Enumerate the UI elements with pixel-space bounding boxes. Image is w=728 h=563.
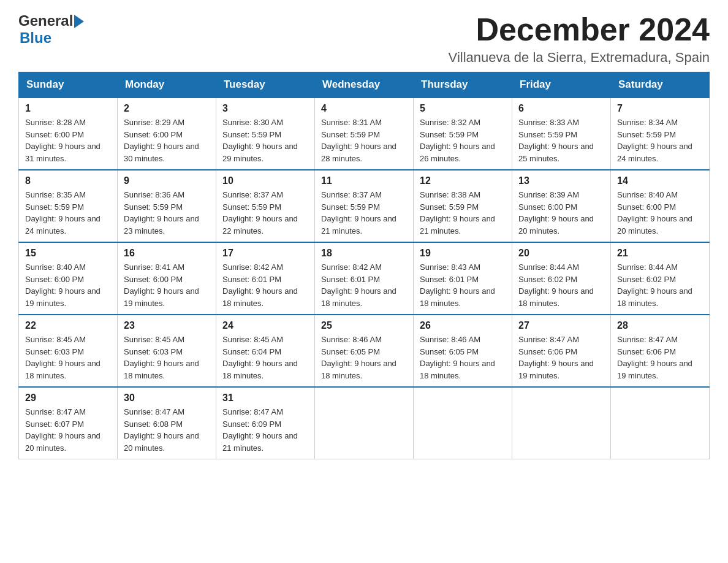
calendar-cell: 15 Sunrise: 8:40 AM Sunset: 6:00 PM Dayl…	[19, 242, 118, 315]
day-info: Sunrise: 8:32 AM Sunset: 5:59 PM Dayligh…	[420, 117, 506, 164]
day-info: Sunrise: 8:47 AM Sunset: 6:07 PM Dayligh…	[25, 406, 111, 454]
day-info: Sunrise: 8:30 AM Sunset: 5:59 PM Dayligh…	[222, 117, 308, 164]
day-number: 27	[518, 320, 604, 331]
calendar-cell: 16 Sunrise: 8:41 AM Sunset: 6:00 PM Dayl…	[118, 242, 216, 315]
logo-blue-text: Blue	[20, 29, 51, 46]
day-info: Sunrise: 8:46 AM Sunset: 6:05 PM Dayligh…	[420, 334, 506, 381]
day-info: Sunrise: 8:44 AM Sunset: 6:02 PM Dayligh…	[617, 261, 703, 309]
calendar-cell: 18 Sunrise: 8:42 AM Sunset: 6:01 PM Dayl…	[315, 242, 414, 315]
calendar-cell: 21 Sunrise: 8:44 AM Sunset: 6:02 PM Dayl…	[611, 242, 710, 315]
calendar-cell: 31 Sunrise: 8:47 AM Sunset: 6:09 PM Dayl…	[216, 387, 315, 459]
day-info: Sunrise: 8:44 AM Sunset: 6:02 PM Dayligh…	[518, 261, 604, 309]
day-number: 25	[321, 320, 407, 331]
day-info: Sunrise: 8:28 AM Sunset: 6:00 PM Dayligh…	[25, 117, 111, 164]
weekday-header-friday: Friday	[512, 72, 611, 98]
month-title: December 2024	[449, 12, 710, 47]
day-number: 11	[321, 175, 407, 186]
day-number: 12	[420, 175, 506, 186]
day-info: Sunrise: 8:34 AM Sunset: 5:59 PM Dayligh…	[617, 117, 703, 164]
day-info: Sunrise: 8:40 AM Sunset: 6:00 PM Dayligh…	[617, 189, 703, 237]
calendar-cell: 9 Sunrise: 8:36 AM Sunset: 5:59 PM Dayli…	[118, 170, 216, 242]
day-number: 5	[420, 103, 506, 114]
day-info: Sunrise: 8:45 AM Sunset: 6:04 PM Dayligh…	[222, 334, 308, 381]
calendar-cell	[315, 387, 414, 459]
day-number: 29	[25, 393, 111, 404]
day-info: Sunrise: 8:47 AM Sunset: 6:06 PM Dayligh…	[518, 334, 604, 381]
weekday-header-thursday: Thursday	[414, 72, 512, 98]
day-info: Sunrise: 8:38 AM Sunset: 5:59 PM Dayligh…	[420, 189, 506, 237]
calendar-cell: 12 Sunrise: 8:38 AM Sunset: 5:59 PM Dayl…	[414, 170, 512, 242]
day-number: 2	[124, 103, 210, 114]
day-number: 13	[518, 175, 604, 186]
calendar-cell: 29 Sunrise: 8:47 AM Sunset: 6:07 PM Dayl…	[19, 387, 118, 459]
calendar-cell: 13 Sunrise: 8:39 AM Sunset: 6:00 PM Dayl…	[512, 170, 611, 242]
day-info: Sunrise: 8:39 AM Sunset: 6:00 PM Dayligh…	[518, 189, 604, 237]
calendar-header: SundayMondayTuesdayWednesdayThursdayFrid…	[19, 72, 710, 98]
calendar-cell: 22 Sunrise: 8:45 AM Sunset: 6:03 PM Dayl…	[19, 315, 118, 387]
calendar-cell	[512, 387, 611, 459]
calendar-cell: 19 Sunrise: 8:43 AM Sunset: 6:01 PM Dayl…	[414, 242, 512, 315]
day-number: 19	[420, 248, 506, 259]
calendar-cell: 30 Sunrise: 8:47 AM Sunset: 6:08 PM Dayl…	[118, 387, 216, 459]
day-info: Sunrise: 8:36 AM Sunset: 5:59 PM Dayligh…	[124, 189, 210, 237]
day-number: 14	[617, 175, 703, 186]
calendar-cell: 1 Sunrise: 8:28 AM Sunset: 6:00 PM Dayli…	[19, 98, 118, 170]
day-info: Sunrise: 8:37 AM Sunset: 5:59 PM Dayligh…	[321, 189, 407, 237]
calendar-week-5: 29 Sunrise: 8:47 AM Sunset: 6:07 PM Dayl…	[19, 387, 710, 459]
day-info: Sunrise: 8:33 AM Sunset: 5:59 PM Dayligh…	[518, 117, 604, 164]
calendar-cell: 27 Sunrise: 8:47 AM Sunset: 6:06 PM Dayl…	[512, 315, 611, 387]
weekday-header-wednesday: Wednesday	[315, 72, 414, 98]
day-number: 8	[25, 175, 111, 186]
day-number: 18	[321, 248, 407, 259]
day-number: 10	[222, 175, 308, 186]
calendar-cell	[414, 387, 512, 459]
page-header: General Blue December 2024 Villanueva de…	[18, 12, 710, 66]
calendar-cell: 14 Sunrise: 8:40 AM Sunset: 6:00 PM Dayl…	[611, 170, 710, 242]
logo-arrow-icon	[74, 15, 84, 28]
calendar-cell: 5 Sunrise: 8:32 AM Sunset: 5:59 PM Dayli…	[414, 98, 512, 170]
day-number: 26	[420, 320, 506, 331]
day-number: 23	[124, 320, 210, 331]
calendar-cell: 23 Sunrise: 8:45 AM Sunset: 6:03 PM Dayl…	[118, 315, 216, 387]
title-area: December 2024 Villanueva de la Sierra, E…	[449, 12, 710, 66]
weekday-header-sunday: Sunday	[19, 72, 118, 98]
calendar-week-4: 22 Sunrise: 8:45 AM Sunset: 6:03 PM Dayl…	[19, 315, 710, 387]
day-info: Sunrise: 8:42 AM Sunset: 6:01 PM Dayligh…	[321, 261, 407, 309]
calendar-cell: 8 Sunrise: 8:35 AM Sunset: 5:59 PM Dayli…	[19, 170, 118, 242]
day-info: Sunrise: 8:47 AM Sunset: 6:09 PM Dayligh…	[222, 406, 308, 454]
calendar-cell: 2 Sunrise: 8:29 AM Sunset: 6:00 PM Dayli…	[118, 98, 216, 170]
day-number: 31	[222, 393, 308, 404]
calendar-cell: 7 Sunrise: 8:34 AM Sunset: 5:59 PM Dayli…	[611, 98, 710, 170]
calendar-cell: 3 Sunrise: 8:30 AM Sunset: 5:59 PM Dayli…	[216, 98, 315, 170]
day-info: Sunrise: 8:47 AM Sunset: 6:08 PM Dayligh…	[124, 406, 210, 454]
calendar-cell: 20 Sunrise: 8:44 AM Sunset: 6:02 PM Dayl…	[512, 242, 611, 315]
calendar-cell: 28 Sunrise: 8:47 AM Sunset: 6:06 PM Dayl…	[611, 315, 710, 387]
day-number: 7	[617, 103, 703, 114]
day-number: 6	[518, 103, 604, 114]
logo: General Blue	[18, 12, 84, 47]
calendar-cell: 24 Sunrise: 8:45 AM Sunset: 6:04 PM Dayl…	[216, 315, 315, 387]
day-number: 22	[25, 320, 111, 331]
day-info: Sunrise: 8:41 AM Sunset: 6:00 PM Dayligh…	[124, 261, 210, 309]
day-info: Sunrise: 8:42 AM Sunset: 6:01 PM Dayligh…	[222, 261, 308, 309]
day-info: Sunrise: 8:46 AM Sunset: 6:05 PM Dayligh…	[321, 334, 407, 381]
calendar-table: SundayMondayTuesdayWednesdayThursdayFrid…	[18, 72, 710, 459]
day-number: 1	[25, 103, 111, 114]
calendar-cell: 4 Sunrise: 8:31 AM Sunset: 5:59 PM Dayli…	[315, 98, 414, 170]
calendar-cell: 6 Sunrise: 8:33 AM Sunset: 5:59 PM Dayli…	[512, 98, 611, 170]
calendar-cell	[611, 387, 710, 459]
day-info: Sunrise: 8:37 AM Sunset: 5:59 PM Dayligh…	[222, 189, 308, 237]
day-number: 15	[25, 248, 111, 259]
day-info: Sunrise: 8:29 AM Sunset: 6:00 PM Dayligh…	[124, 117, 210, 164]
calendar-cell: 10 Sunrise: 8:37 AM Sunset: 5:59 PM Dayl…	[216, 170, 315, 242]
calendar-cell: 17 Sunrise: 8:42 AM Sunset: 6:01 PM Dayl…	[216, 242, 315, 315]
calendar-cell: 11 Sunrise: 8:37 AM Sunset: 5:59 PM Dayl…	[315, 170, 414, 242]
calendar-cell: 25 Sunrise: 8:46 AM Sunset: 6:05 PM Dayl…	[315, 315, 414, 387]
day-number: 24	[222, 320, 308, 331]
calendar-week-3: 15 Sunrise: 8:40 AM Sunset: 6:00 PM Dayl…	[19, 242, 710, 315]
day-number: 17	[222, 248, 308, 259]
day-info: Sunrise: 8:45 AM Sunset: 6:03 PM Dayligh…	[25, 334, 111, 381]
calendar-week-1: 1 Sunrise: 8:28 AM Sunset: 6:00 PM Dayli…	[19, 98, 710, 170]
day-info: Sunrise: 8:35 AM Sunset: 5:59 PM Dayligh…	[25, 189, 111, 237]
day-info: Sunrise: 8:43 AM Sunset: 6:01 PM Dayligh…	[420, 261, 506, 309]
